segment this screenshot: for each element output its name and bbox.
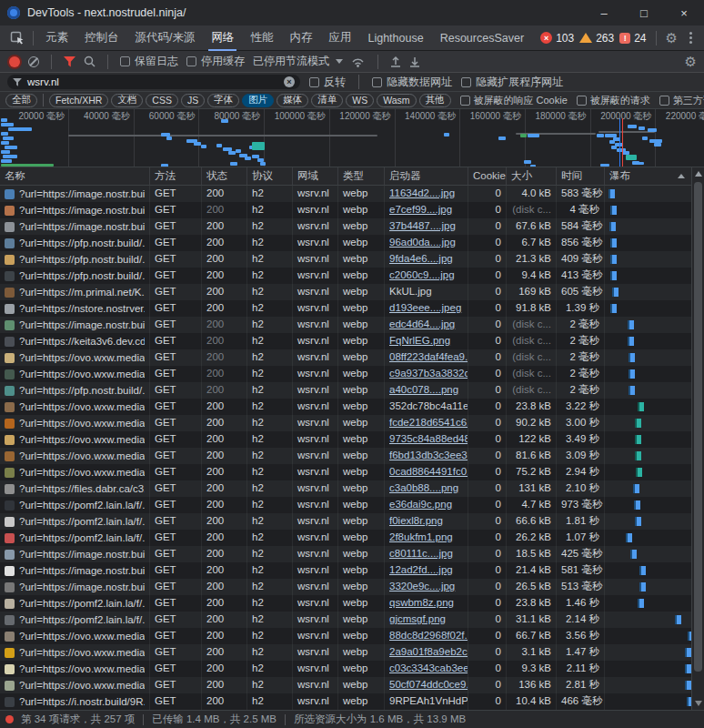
console-warnings-badge[interactable]: 263 (579, 32, 614, 45)
initiator-link[interactable]: 37b4487....jpg (389, 220, 456, 231)
table-row[interactable]: ?url=https://image.nostr.bui...GET200h2w… (0, 186, 691, 202)
settings-gear-icon[interactable]: ⚙ (666, 31, 678, 45)
table-row[interactable]: ?url=https://image.nostr.bui...GET200h2w… (0, 218, 691, 235)
table-row[interactable]: ?url=https://image.nostr.bui...GET200h2w… (0, 317, 691, 333)
table-row[interactable]: ?url=https://image.nostr.bui...GET200h2w… (0, 562, 691, 579)
initiator-link[interactable]: f0iexl8r.png (389, 515, 443, 526)
initiator-link[interactable]: 9RPEAh1VnHdPz... (389, 695, 468, 706)
initiator-link[interactable]: gjcmsgf.png (389, 613, 446, 624)
table-row[interactable]: ?url=https://image.nostr.bui...GET200h2w… (0, 546, 691, 562)
table-row[interactable]: ?url=https://nstore.nostrver...GET200h2w… (0, 300, 691, 317)
column-header-2[interactable]: 状态 (202, 167, 247, 185)
table-row[interactable]: ?url=https://pomf2.lain.la/f/...GET200h2… (0, 595, 691, 612)
more-options-icon[interactable] (689, 36, 692, 39)
clear-filter-icon[interactable]: × (284, 76, 295, 87)
filter-chip-other[interactable]: 其他 (419, 94, 451, 107)
table-row[interactable]: ?url=https://ovo.wxw.media...GET200h2wsr… (0, 644, 691, 661)
scroll-down-icon[interactable] (695, 701, 702, 706)
table-row[interactable]: ?url=https://ovo.wxw.media...GET200h2wsr… (0, 415, 691, 431)
column-header-10[interactable]: 瀑布 (605, 167, 691, 185)
blocked-requests-checkbox[interactable]: 被屏蔽的请求 (577, 94, 650, 107)
disable-cache-checkbox[interactable]: 停用缓存 (186, 54, 245, 69)
scrollbar-thumb[interactable] (694, 182, 702, 672)
tab-resources-saver[interactable]: ResourcesSaver (432, 25, 532, 51)
hide-data-urls-checkbox[interactable]: 隐藏数据网址 (372, 75, 452, 90)
filter-chip-ws[interactable]: WS (346, 94, 374, 107)
initiator-link[interactable]: 2a9a01f8a9eb2c... (389, 646, 468, 657)
search-icon[interactable] (84, 56, 96, 67)
initiator-link[interactable]: 50cf074ddc0ce9... (389, 679, 468, 690)
tab-performance[interactable]: 性能 (242, 25, 281, 51)
filter-chip-font[interactable]: 字体 (207, 94, 239, 107)
initiator-link[interactable]: 11634d2....jpg (389, 187, 455, 198)
initiator-link[interactable]: fcde218d6541c6... (389, 417, 468, 428)
initiator-link[interactable]: 12ad2fd....jpg (389, 564, 453, 575)
column-header-1[interactable]: 方法 (150, 167, 202, 185)
initiator-link[interactable]: 08ff223daf4fea9... (389, 351, 468, 362)
column-header-5[interactable]: 类型 (338, 167, 385, 185)
filter-chip-manifest[interactable]: 清单 (311, 94, 343, 107)
export-har-icon[interactable] (409, 56, 420, 67)
filter-chip-media[interactable]: 媒体 (277, 94, 308, 107)
initiator-link[interactable]: 2f8ukfm1.png (389, 531, 453, 542)
table-row[interactable]: ?url=https://ovo.wxw.media...GET200h2wsr… (0, 464, 691, 480)
table-row[interactable]: ?url=https://pfp.nostr.build/...GET200h2… (0, 235, 691, 251)
table-row[interactable]: ?url=https://ovo.wxw.media...GET200h2wsr… (0, 349, 691, 366)
table-row[interactable]: ?url=https://pfp.nostr.build/...GET200h2… (0, 382, 691, 399)
filter-chip-doc[interactable]: 文档 (111, 94, 143, 107)
table-row[interactable]: ?url=https://ovo.wxw.media...GET200h2wsr… (0, 661, 691, 677)
console-errors-badge[interactable]: × 103 (540, 32, 574, 45)
table-row[interactable]: ?url=https://ovo.wxw.media...GET200h2wsr… (0, 431, 691, 448)
initiator-link[interactable]: f6bd13db3c3ee3... (389, 450, 468, 460)
initiator-link[interactable]: d193eee....jpeg (389, 302, 461, 313)
table-row[interactable]: ?url=https://pfp.nostr.build/...GET200h2… (0, 251, 691, 268)
initiator-link[interactable]: 9735c84a88ed48... (389, 433, 468, 444)
table-row[interactable]: ?url=https://ovo.wxw.media...GET200h2wsr… (0, 366, 691, 382)
column-header-9[interactable]: 时间 (557, 167, 605, 185)
initiator-link[interactable]: 96ad0da....jpg (389, 237, 456, 248)
initiator-link[interactable]: a40c078....png (389, 384, 458, 395)
table-row[interactable]: ?url=https://ovo.wxw.media...GET200h2wsr… (0, 628, 691, 644)
preserve-log-checkbox[interactable]: 保留日志 (120, 54, 178, 69)
tab-application[interactable]: 应用 (320, 25, 359, 51)
filter-chip-js[interactable]: JS (181, 94, 205, 107)
initiator-link[interactable]: 9fda4e6....jpg (389, 253, 453, 264)
close-button[interactable]: × (664, 0, 704, 25)
issues-badge[interactable]: ! 24 (619, 32, 646, 45)
minimize-button[interactable]: – (584, 0, 624, 25)
filter-funnel-icon[interactable] (64, 56, 75, 67)
tab-memory[interactable]: 内存 (281, 25, 320, 51)
import-har-icon[interactable] (390, 56, 401, 67)
table-row[interactable]: ?url=https://files.dabr.ca/c3...GET200h2… (0, 480, 691, 497)
table-row[interactable]: ?url=https://image.nostr.bui...GET200h2w… (0, 202, 691, 218)
filter-input[interactable]: wsrv.nl × (7, 75, 300, 89)
inspect-element-icon[interactable] (9, 30, 25, 46)
initiator-link[interactable]: KkUL.jpg (389, 286, 432, 297)
table-row[interactable]: ?url=https://pomf2.lain.la/f/...GET200h2… (0, 612, 691, 628)
table-row[interactable]: ?url=https://pomf2.lain.la/f/...GET200h2… (0, 530, 691, 546)
hide-extension-urls-checkbox[interactable]: 隐藏扩展程序网址 (461, 75, 563, 90)
table-row[interactable]: ?url=https://ovo.wxw.media...GET200h2wsr… (0, 448, 691, 464)
column-header-3[interactable]: 协议 (247, 167, 293, 185)
maximize-button[interactable]: □ (624, 0, 664, 25)
initiator-link[interactable]: c9a937b3a3832d... (389, 368, 468, 379)
table-row[interactable]: ?url=https://pfp.nostr.build/...GET200h2… (0, 268, 691, 284)
table-row[interactable]: ?url=https://image.nostr.bui...GET200h2w… (0, 579, 691, 595)
column-header-0[interactable]: 名称 (0, 167, 150, 185)
vertical-scrollbar[interactable] (691, 167, 704, 710)
initiator-link[interactable]: c80111c....jpg (389, 548, 453, 559)
initiator-link[interactable]: 88dc8d2968f02f... (389, 630, 468, 641)
table-row[interactable]: ?url=https://keita3v6.dev.cd...GET200h2w… (0, 333, 691, 349)
tab-sources[interactable]: 源代码/来源 (127, 25, 204, 51)
blocked-cookies-checkbox[interactable]: 被屏蔽的响应 Cookie (460, 94, 568, 107)
column-header-8[interactable]: 大小 (507, 167, 557, 185)
throttling-dropdown[interactable]: 已停用节流模式 (253, 54, 343, 69)
initiator-link[interactable]: e7cef99....jpg (389, 204, 452, 215)
table-row[interactable]: ?url=https://ovo.wxw.media...GET200h2wsr… (0, 677, 691, 693)
tab-network[interactable]: 网络 (203, 25, 242, 51)
initiator-link[interactable]: qswbm8z.png (389, 597, 454, 608)
invert-filter-checkbox[interactable]: 反转 (309, 75, 346, 90)
third-party-checkbox[interactable]: 第三方请求 (659, 94, 704, 107)
table-row[interactable]: ?url=https://m.primal.net/K...GET200h2ws… (0, 284, 691, 300)
network-settings-gear-icon[interactable]: ⚙ (685, 55, 697, 68)
